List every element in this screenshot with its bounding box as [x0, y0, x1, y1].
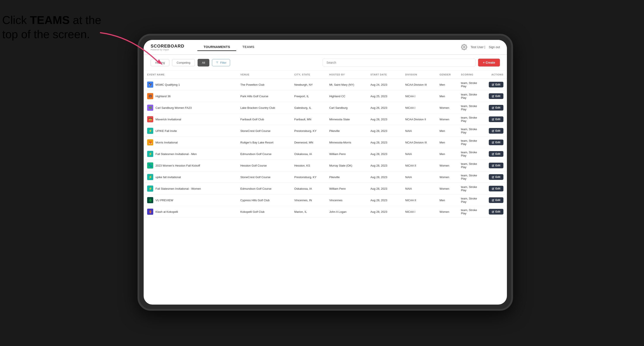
cell-scoring-6: team, Stroke Play — [457, 148, 485, 160]
cell-date-0: Aug 24, 2023 — [367, 79, 402, 90]
cell-city-8: Prestonsburg, KY — [291, 171, 326, 183]
cell-date-9: Aug 28, 2023 — [367, 183, 402, 194]
all-filter-button[interactable]: All — [198, 59, 209, 66]
cell-event-0: 🦅 MSMC Qualifying 1 — [144, 79, 237, 90]
pencil-icon — [492, 199, 494, 201]
gear-icon[interactable] — [461, 44, 467, 50]
edit-button-5[interactable]: Edit — [489, 140, 504, 145]
edit-button-7[interactable]: Edit — [489, 163, 504, 168]
cell-gender-2: Women — [436, 102, 457, 114]
edit-button-3[interactable]: Edit — [489, 116, 504, 122]
edit-button-0[interactable]: Edit — [489, 82, 504, 87]
cell-division-6: NAIA — [402, 148, 436, 160]
table-row: 🤠 Maverick Invitational Faribault Golf C… — [144, 114, 507, 125]
cell-gender-6: Men — [436, 148, 457, 160]
cell-date-5: Aug 28, 2023 — [367, 137, 402, 148]
tablet-screen: SCOREBOARD Powered by Clippit TOURNAMENT… — [144, 40, 507, 305]
edit-button-11[interactable]: Edit — [489, 209, 504, 214]
instruction-text: Click TEAMS at the top of the screen. — [2, 13, 101, 41]
sign-out-link[interactable]: Sign out — [489, 45, 500, 49]
cell-scoring-9: team, Stroke Play — [457, 183, 485, 194]
pencil-icon — [492, 118, 494, 121]
event-name-0: MSMC Qualifying 1 — [156, 83, 180, 86]
table-row: ⚡ UPIKE Fall Invite StoneCrest Golf Cour… — [144, 125, 507, 137]
cell-date-1: Aug 25, 2023 — [367, 90, 402, 102]
create-button[interactable]: + Create — [478, 59, 500, 66]
col-header-scoring: SCORING — [457, 71, 485, 79]
cell-venue-8: StoneCrest Golf Course — [237, 171, 291, 183]
cell-actions-5: Edit — [485, 137, 507, 148]
edit-button-9[interactable]: Edit — [489, 186, 504, 191]
cell-venue-1: Park Hills Golf Course — [237, 90, 291, 102]
edit-button-10[interactable]: Edit — [489, 197, 504, 203]
team-icon-2: 🌿 — [147, 105, 153, 111]
col-header-date: START DATE — [367, 71, 402, 79]
table-row: 🦊 Morris Invitational Ruttger's Bay Lake… — [144, 137, 507, 148]
table-row: ⚡ Fall Statesmen Invitational - Women Ed… — [144, 183, 507, 194]
user-info: Test User | — [471, 45, 485, 49]
cell-date-10: Aug 28, 2023 — [367, 194, 402, 206]
cell-city-5: Deerwood, MN — [291, 137, 326, 148]
cell-city-2: Galesburg, IL — [291, 102, 326, 114]
cell-city-11: Marion, IL — [291, 206, 326, 218]
nav-tabs: TOURNAMENTS TEAMS — [197, 43, 461, 51]
cell-hosted-1: Highland CC — [326, 90, 367, 102]
table-row: 🐻 Highland 36 Park Hills Golf Course Fre… — [144, 90, 507, 102]
cell-venue-7: Hesston Golf Course — [237, 160, 291, 171]
team-icon-0: 🦅 — [147, 82, 153, 88]
cell-hosted-10: Vincennes — [326, 194, 367, 206]
filter-button[interactable]: Filter — [212, 59, 230, 66]
team-icon-3: 🤠 — [147, 116, 153, 122]
cell-gender-10: Men — [436, 194, 457, 206]
edit-button-1[interactable]: Edit — [489, 93, 504, 99]
cell-division-0: NCAA Division III — [402, 79, 436, 90]
pencil-icon — [492, 107, 494, 109]
event-name-5: Morris Invitational — [156, 141, 178, 144]
filter-icon — [216, 61, 219, 64]
nav-tab-tournaments[interactable]: TOURNAMENTS — [197, 43, 236, 51]
cell-date-11: Aug 28, 2023 — [367, 206, 402, 218]
cell-gender-3: Women — [436, 114, 457, 125]
cell-event-4: ⚡ UPIKE Fall Invite — [144, 125, 237, 137]
pencil-icon — [492, 95, 494, 97]
team-icon-4: ⚡ — [147, 128, 153, 134]
cell-scoring-4: team, Stroke Play — [457, 125, 485, 137]
table-row: 🐾 2023 Women's Hesston Fall Kickoff Hess… — [144, 160, 507, 171]
cell-hosted-0: Mt. Saint Mary (NY) — [326, 79, 367, 90]
pencil-icon — [492, 211, 494, 213]
cell-gender-0: Men — [436, 79, 457, 90]
col-header-actions: ACTIONS — [485, 71, 507, 79]
table-header-row: EVENT NAME VENUE CITY, STATE HOSTED BY S… — [144, 71, 507, 79]
cell-event-9: ⚡ Fall Statesmen Invitational - Women — [144, 183, 237, 194]
edit-button-8[interactable]: Edit — [489, 174, 504, 180]
cell-scoring-1: team, Stroke Play — [457, 90, 485, 102]
cell-event-1: 🐻 Highland 36 — [144, 90, 237, 102]
cell-city-0: Newburgh, NY — [291, 79, 326, 90]
cell-scoring-3: team, Stroke Play — [457, 114, 485, 125]
cell-division-5: NCAA Division III — [402, 137, 436, 148]
cell-date-4: Aug 28, 2023 — [367, 125, 402, 137]
cell-gender-8: Women — [436, 171, 457, 183]
nav-tab-teams[interactable]: TEAMS — [236, 43, 260, 51]
cell-actions-3: Edit — [485, 114, 507, 125]
pencil-icon — [492, 176, 494, 178]
cell-division-4: NAIA — [402, 125, 436, 137]
event-name-3: Maverick Invitational — [156, 118, 181, 121]
edit-button-4[interactable]: Edit — [489, 128, 504, 134]
cell-event-8: ⚡ upike fall invitational — [144, 171, 237, 183]
edit-button-6[interactable]: Edit — [489, 151, 504, 157]
edit-button-2[interactable]: Edit — [489, 105, 504, 111]
cell-event-7: 🐾 2023 Women's Hesston Fall Kickoff — [144, 160, 237, 171]
event-name-11: Klash at Kokopelli — [156, 210, 178, 213]
cell-division-9: NAIA — [402, 183, 436, 194]
team-icon-11: 🏺 — [147, 209, 153, 215]
search-input[interactable] — [323, 59, 476, 66]
cell-division-7: NICAA II — [402, 160, 436, 171]
cell-gender-4: Men — [436, 125, 457, 137]
table-row: ⚡ Fall Statesmen Invitational - Men Edmu… — [144, 148, 507, 160]
cell-event-2: 🌿 Carl Sandburg Women FA23 — [144, 102, 237, 114]
cell-actions-1: Edit — [485, 90, 507, 102]
team-icon-10: 🌲 — [147, 197, 153, 203]
cell-actions-7: Edit — [485, 160, 507, 171]
toolbar: Hosting Competing All Filter + Create — [144, 55, 507, 71]
